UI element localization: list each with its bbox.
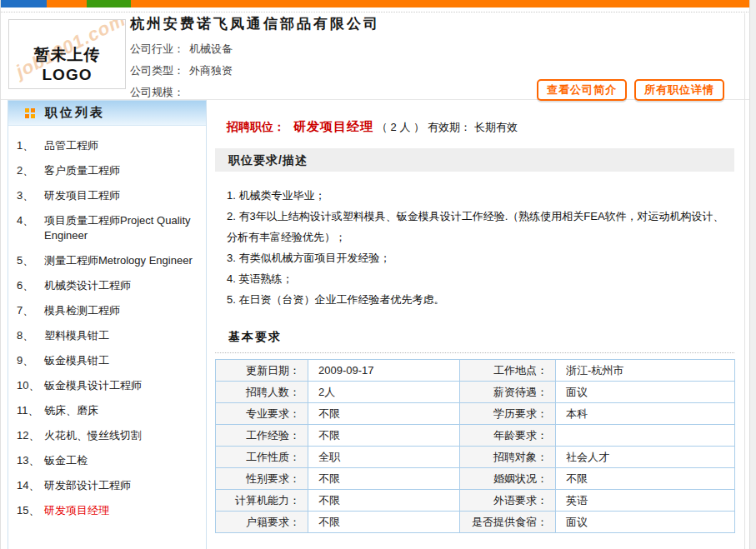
field-label: 招聘人数： [216,382,308,403]
item-label: 客户质量工程师 [44,163,203,178]
table-row: 更新日期： 2009-09-17 工作地点： 浙江-杭州市 [216,360,735,382]
field-label: 工作经验： [216,425,308,447]
field-label: 性别要求： [216,468,308,490]
topbar-orange-segment [47,0,87,7]
item-label: 钣金模具钳工 [44,353,203,368]
sidebar-item-2[interactable]: 2、客户质量工程师 [17,158,203,183]
sidebar-item-6[interactable]: 6、机械类设计工程师 [17,273,203,298]
item-number: 5、 [17,253,44,268]
field-value: 社会人才 [556,447,735,468]
item-label: 测量工程师Metrology Engineer [44,253,203,268]
sidebar-item-7[interactable]: 7、模具检测工程师 [17,298,203,323]
field-label: 工作地点： [460,360,556,382]
sidebar-item-1[interactable]: 1、品管工程师 [17,133,203,158]
sidebar-item-11[interactable]: 11、铣床、磨床 [17,398,203,423]
item-number: 11、 [17,403,44,418]
field-value: 不限 [556,468,735,490]
sidebar-item-3[interactable]: 3、研发项目工程师 [17,183,203,208]
field-label: 计算机能力： [216,490,308,512]
field-value: 2人 [308,382,460,403]
validity-value: 长期有效 [474,120,518,135]
page: job1001.com 暂未上传LOGO 杭州安费诺飞凤通信部品有限公司 公司行… [0,0,756,549]
company-logo-placeholder: job1001.com 暂未上传LOGO [8,19,126,89]
table-row: 工作经验： 不限 年龄要求： [216,425,735,447]
company-industry-label: 公司行业： [130,42,184,55]
job-list-sidebar: 职位列表 1、品管工程师 2、客户质量工程师 3、研发项目工程师 4、项目质量工… [8,100,207,549]
basic-requirements-header: 基本要求 [215,330,734,353]
item-number: 3、 [17,188,44,203]
item-label: 火花机、慢丝线切割 [44,428,203,443]
field-label: 工作性质： [216,447,308,468]
description-line: 2. 有3年以上结构设计或塑料模具、钣金模具设计工作经验.（熟练使用相关FEA软… [227,206,729,247]
item-number: 7、 [17,303,44,318]
description-line: 4. 英语熟练； [227,268,729,289]
sidebar-item-5[interactable]: 5、测量工程师Metrology Engineer [17,248,203,273]
field-value: 本科 [556,403,735,425]
page-right-strip [749,0,756,549]
field-value: 全职 [308,447,460,468]
all-jobs-button[interactable]: 所有职位详情 [634,79,724,101]
item-label: 铣床、磨床 [44,403,203,418]
job-list: 1、品管工程师 2、客户质量工程师 3、研发项目工程师 4、项目质量工程师Pro… [8,126,206,523]
job-detail-panel: 招聘职位： 研发项目经理 （ 2 人 ） 有效期： 长期有效 职位要求/描述 1… [215,100,734,549]
item-number: 12、 [17,428,44,443]
item-number: 10、 [17,378,44,393]
company-industry-row: 公司行业：机械设备 [130,38,233,60]
table-row: 计算机能力： 不限 外语要求： 英语 [216,490,735,512]
sidebar-item-14[interactable]: 14、研发部设计工程师 [17,473,203,498]
field-value: 面议 [556,382,735,403]
field-label: 户籍要求： [216,512,308,533]
sidebar-item-13[interactable]: 13、钣金工检 [17,448,203,473]
item-label: 机械类设计工程师 [44,278,203,293]
view-company-profile-button[interactable]: 查看公司简介 [537,79,627,101]
company-type-label: 公司类型： [130,64,184,77]
top-color-bar [1,0,756,7]
sidebar-item-4[interactable]: 4、项目质量工程师Project Quality Engineer [17,208,203,248]
field-value: 2009-09-17 [308,360,460,382]
header-buttons: 查看公司简介 所有职位详情 [537,79,724,101]
field-label: 是否提供食宿： [460,512,556,533]
item-label: 研发项目经理 [44,503,203,518]
sidebar-item-15-active[interactable]: 15、研发项目经理 [17,498,203,523]
field-value: 英语 [556,490,735,512]
company-header: job1001.com 暂未上传LOGO 杭州安费诺飞凤通信部品有限公司 公司行… [1,13,756,100]
description-line: 3. 有类似机械方面项目开发经验； [227,247,729,268]
job-label: 招聘职位： [227,120,285,135]
field-value: 不限 [308,490,460,512]
field-value: 不限 [308,425,460,447]
field-value: 浙江-杭州市 [556,360,735,382]
item-number: 2、 [17,163,44,178]
item-label: 品管工程师 [44,138,203,153]
sidebar-item-9[interactable]: 9、钣金模具钳工 [17,348,203,373]
logo-placeholder-text: 暂未上传LOGO [9,44,125,84]
item-number: 8、 [17,328,44,343]
content-right-border [744,13,745,549]
company-size-label: 公司规模： [130,86,184,98]
field-value: 面议 [556,512,735,533]
item-number: 14、 [17,478,44,493]
topbar-blue-segment [1,0,47,7]
job-description-section-header: 职位要求/描述 [215,148,734,172]
table-row: 招聘人数： 2人 薪资待遇： 面议 [216,382,735,403]
item-label: 塑料模具钳工 [44,328,203,343]
field-label: 更新日期： [216,360,308,382]
company-name: 杭州安费诺飞凤通信部品有限公司 [130,14,380,33]
field-value: 不限 [308,403,460,425]
item-label: 钣金模具设计工程师 [44,378,203,393]
table-row: 工作性质： 全职 招聘对象： 社会人才 [216,447,735,468]
sidebar-item-12[interactable]: 12、火花机、慢丝线切割 [17,423,203,448]
item-number: 1、 [17,138,44,153]
basic-requirements-table: 更新日期： 2009-09-17 工作地点： 浙江-杭州市 招聘人数： 2人 薪… [215,359,735,533]
field-label: 外语要求： [460,490,556,512]
sidebar-item-8[interactable]: 8、塑料模具钳工 [17,323,203,348]
top-dotted-divider [1,12,756,12]
company-industry-value: 机械设备 [189,42,233,55]
description-line: 1. 机械类专业毕业； [227,185,729,206]
item-label: 研发项目工程师 [44,188,203,203]
item-label: 研发部设计工程师 [44,478,203,493]
item-number: 9、 [17,353,44,368]
field-value [556,425,735,447]
field-label: 薪资待遇： [460,382,556,403]
item-number: 6、 [17,278,44,293]
sidebar-item-10[interactable]: 10、钣金模具设计工程师 [17,373,203,398]
